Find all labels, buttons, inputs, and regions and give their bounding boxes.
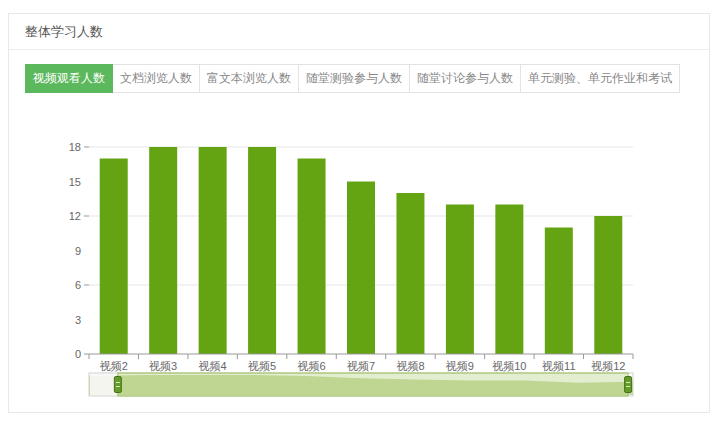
tab-5[interactable]: 随堂讨论参与人数	[409, 64, 521, 93]
x-axis-label: 视频11	[542, 360, 575, 372]
datazoom-right-handle[interactable]	[625, 377, 632, 393]
bar-视频7[interactable]	[347, 182, 375, 355]
x-axis-label: 视频6	[297, 360, 325, 372]
y-axis-label: 12	[69, 210, 81, 222]
datazoom-selected-region[interactable]	[118, 373, 628, 396]
tab-bar: 视频观看人数文档浏览人数富文本浏览人数随堂测验参与人数随堂讨论参与人数单元测验、…	[26, 64, 680, 93]
y-axis-label: 9	[75, 245, 81, 257]
bar-视频11[interactable]	[545, 228, 573, 355]
x-axis-label: 视频2	[100, 360, 128, 372]
bar-视频8[interactable]	[396, 193, 424, 354]
x-axis-label: 视频3	[149, 360, 177, 372]
y-axis-label: 18	[69, 141, 81, 153]
x-axis-label: 视频5	[248, 360, 276, 372]
bar-视频3[interactable]	[149, 147, 177, 354]
y-axis-label: 3	[75, 314, 81, 326]
bar-视频12[interactable]	[594, 216, 622, 354]
y-axis-label: 15	[69, 176, 81, 188]
datazoom-left-handle[interactable]	[114, 377, 121, 393]
datazoom-unselected-zone[interactable]	[90, 374, 118, 395]
tab-1-active[interactable]: 视频观看人数	[25, 64, 113, 93]
tab-6[interactable]: 单元测验、单元作业和考试	[520, 64, 680, 93]
y-axis-label: 6	[75, 279, 81, 291]
x-axis-label: 视频4	[199, 360, 227, 372]
y-axis-label: 0	[75, 348, 81, 360]
tab-3[interactable]: 富文本浏览人数	[199, 64, 299, 93]
tab-2[interactable]: 文档浏览人数	[112, 64, 200, 93]
x-axis-label: 视频9	[446, 360, 474, 372]
bar-视频6[interactable]	[298, 159, 326, 355]
x-axis-label: 视频12	[591, 360, 625, 372]
learning-stats-card: 整体学习人数 视频观看人数文档浏览人数富文本浏览人数随堂测验参与人数随堂讨论参与…	[8, 13, 710, 413]
bar-视频4[interactable]	[199, 147, 227, 354]
tab-4[interactable]: 随堂测验参与人数	[298, 64, 410, 93]
bar-视频10[interactable]	[495, 205, 523, 355]
bar-视频9[interactable]	[446, 205, 474, 355]
bar-视频5[interactable]	[248, 147, 276, 354]
x-axis-label: 视频7	[347, 360, 375, 372]
x-axis-label: 视频10	[492, 360, 526, 372]
x-axis-label: 视频8	[396, 360, 424, 372]
bar-视频2[interactable]	[100, 159, 128, 355]
